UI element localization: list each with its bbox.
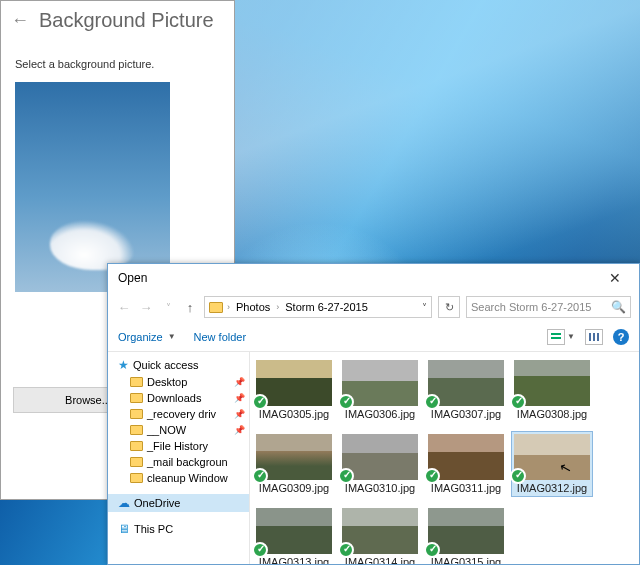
tree-onedrive[interactable]: ☁ OneDrive xyxy=(108,494,249,512)
search-placeholder: Search Storm 6-27-2015 xyxy=(471,301,591,313)
tree-item-label: Downloads xyxy=(147,392,201,404)
folder-icon xyxy=(130,377,143,387)
tree-item-label: cleanup Window xyxy=(147,472,228,484)
panel-subtitle: Select a background picture. xyxy=(1,40,234,82)
address-dropdown-icon[interactable]: ˅ xyxy=(422,302,427,313)
thumbnail-image xyxy=(342,360,418,406)
sync-check-icon xyxy=(424,394,440,410)
sync-check-icon xyxy=(338,468,354,484)
file-name: IMAG0312.jpg xyxy=(517,482,587,494)
tree-item-label: _mail backgroun xyxy=(147,456,228,468)
file-thumbnail[interactable]: IMAG0305.jpg xyxy=(254,358,334,422)
file-name: IMAG0308.jpg xyxy=(517,408,587,420)
new-folder-button[interactable]: New folder xyxy=(194,331,247,343)
thumbnail-image xyxy=(342,508,418,554)
sync-check-icon xyxy=(338,394,354,410)
sync-check-icon xyxy=(510,468,526,484)
sync-check-icon xyxy=(510,394,526,410)
file-name: IMAG0311.jpg xyxy=(431,482,501,494)
organize-menu[interactable]: Organize ▼ xyxy=(118,331,176,343)
navigation-tree: ★ Quick access Desktop📌Downloads📌_recove… xyxy=(108,352,250,564)
file-name: IMAG0307.jpg xyxy=(431,408,501,420)
thumbnail-image xyxy=(256,360,332,406)
file-name: IMAG0314.jpg xyxy=(345,556,415,564)
breadcrumb-item[interactable]: Photos xyxy=(234,301,272,313)
back-icon[interactable]: ← xyxy=(11,10,29,31)
thumbnail-image xyxy=(428,434,504,480)
dialog-titlebar[interactable]: Open ✕ xyxy=(108,264,639,292)
tree-item[interactable]: Downloads📌 xyxy=(108,390,249,406)
tree-item[interactable]: cleanup Window xyxy=(108,470,249,486)
tree-quick-access[interactable]: ★ Quick access xyxy=(108,356,249,374)
pin-icon: 📌 xyxy=(234,409,245,419)
file-name: IMAG0305.jpg xyxy=(259,408,329,420)
file-name: IMAG0315.jpg xyxy=(431,556,501,564)
tree-item-label: Desktop xyxy=(147,376,187,388)
open-file-dialog: Open ✕ ← → ˅ ↑ › Photos › Storm 6-27-201… xyxy=(107,263,640,565)
file-thumbnail[interactable]: IMAG0306.jpg xyxy=(340,358,420,422)
file-name: IMAG0306.jpg xyxy=(345,408,415,420)
file-thumbnail[interactable]: IMAG0313.jpg xyxy=(254,506,334,564)
tree-this-pc[interactable]: 🖥 This PC xyxy=(108,520,249,538)
thumbnail-image xyxy=(428,508,504,554)
dialog-title: Open xyxy=(118,271,147,285)
file-list[interactable]: IMAG0305.jpgIMAG0306.jpgIMAG0307.jpgIMAG… xyxy=(250,352,639,564)
nav-forward-icon[interactable]: → xyxy=(138,300,154,315)
folder-icon xyxy=(130,393,143,403)
folder-icon xyxy=(209,302,223,313)
thumbnail-image xyxy=(428,360,504,406)
tree-item[interactable]: _File History xyxy=(108,438,249,454)
thumbnail-image xyxy=(256,434,332,480)
search-icon: 🔍 xyxy=(611,300,626,314)
search-input[interactable]: Search Storm 6-27-2015 🔍 xyxy=(466,296,631,318)
file-thumbnail[interactable]: IMAG0312.jpg↖ xyxy=(512,432,592,496)
nav-up-icon[interactable]: ↑ xyxy=(182,300,198,315)
nav-recent-dropdown[interactable]: ˅ xyxy=(160,302,176,313)
tree-item[interactable]: _mail backgroun xyxy=(108,454,249,470)
folder-icon xyxy=(130,409,143,419)
file-thumbnail[interactable]: IMAG0310.jpg xyxy=(340,432,420,496)
thumbnail-image xyxy=(342,434,418,480)
refresh-icon[interactable]: ↻ xyxy=(438,296,460,318)
file-name: IMAG0310.jpg xyxy=(345,482,415,494)
file-thumbnail[interactable]: IMAG0307.jpg xyxy=(426,358,506,422)
star-icon: ★ xyxy=(118,358,129,372)
pin-icon: 📌 xyxy=(234,377,245,387)
chevron-down-icon: ▼ xyxy=(567,332,575,341)
view-preview-button[interactable] xyxy=(585,329,603,345)
file-thumbnail[interactable]: IMAG0309.jpg xyxy=(254,432,334,496)
folder-icon xyxy=(130,441,143,451)
sync-check-icon xyxy=(252,542,268,558)
tree-item-label: _File History xyxy=(147,440,208,452)
tree-item[interactable]: __NOW📌 xyxy=(108,422,249,438)
address-bar[interactable]: › Photos › Storm 6-27-2015 ˅ xyxy=(204,296,432,318)
sync-check-icon xyxy=(252,468,268,484)
chevron-right-icon: › xyxy=(227,302,230,312)
view-large-button[interactable]: ▼ xyxy=(547,329,575,345)
monitor-icon: 🖥 xyxy=(118,522,130,536)
sync-check-icon xyxy=(424,542,440,558)
chevron-right-icon: › xyxy=(276,302,279,312)
help-icon[interactable]: ? xyxy=(613,329,629,345)
breadcrumb-item[interactable]: Storm 6-27-2015 xyxy=(283,301,370,313)
sync-check-icon xyxy=(252,394,268,410)
file-name: IMAG0309.jpg xyxy=(259,482,329,494)
tree-item-label: __NOW xyxy=(147,424,186,436)
file-thumbnail[interactable]: IMAG0314.jpg xyxy=(340,506,420,564)
tree-item[interactable]: Desktop📌 xyxy=(108,374,249,390)
panel-title: Background Picture xyxy=(39,9,214,32)
close-icon[interactable]: ✕ xyxy=(595,270,635,286)
thumbnail-image xyxy=(256,508,332,554)
folder-icon xyxy=(130,457,143,467)
sync-check-icon xyxy=(424,468,440,484)
thumbnail-image xyxy=(514,434,590,480)
file-thumbnail[interactable]: IMAG0311.jpg xyxy=(426,432,506,496)
tree-item[interactable]: _recovery driv📌 xyxy=(108,406,249,422)
background-preview[interactable] xyxy=(15,82,170,292)
pin-icon: 📌 xyxy=(234,425,245,435)
file-thumbnail[interactable]: IMAG0308.jpg xyxy=(512,358,592,422)
chevron-down-icon: ▼ xyxy=(168,332,176,341)
file-thumbnail[interactable]: IMAG0315.jpg xyxy=(426,506,506,564)
folder-icon xyxy=(130,425,143,435)
nav-back-icon[interactable]: ← xyxy=(116,300,132,315)
